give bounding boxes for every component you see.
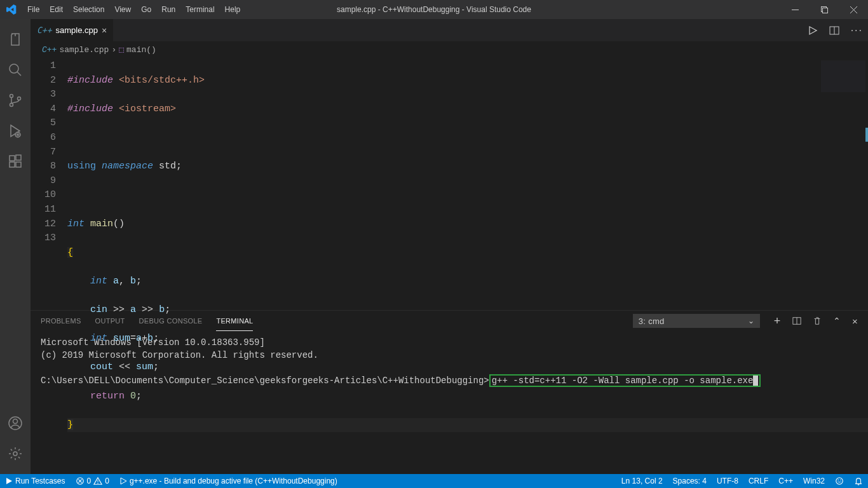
svg-point-13	[13, 419, 18, 424]
menu-run[interactable]: Run	[156, 0, 180, 19]
breadcrumb-lang-badge: C++	[42, 45, 57, 55]
menu-terminal[interactable]: Terminal	[180, 0, 219, 19]
source-control-icon[interactable]	[0, 85, 31, 116]
editor-tab-sample[interactable]: C++ sample.cpp ×	[31, 19, 114, 41]
status-feedback-icon[interactable]	[830, 474, 849, 488]
svg-point-6	[18, 97, 21, 100]
svg-point-23	[838, 480, 839, 480]
breadcrumb-symbol: main()	[126, 45, 156, 55]
window-controls	[780, 0, 868, 19]
more-actions-icon[interactable]: ···	[851, 25, 863, 36]
svg-rect-8	[10, 156, 15, 161]
svg-point-24	[840, 480, 841, 480]
status-run-testcases[interactable]: Run Testcases	[0, 474, 71, 488]
code-editor[interactable]: 123 456 789 101112 13 #include <bits/std…	[31, 58, 868, 310]
menu-help[interactable]: Help	[220, 0, 246, 19]
chevron-right-icon: ›	[111, 45, 116, 55]
search-icon[interactable]	[0, 55, 31, 85]
run-debug-icon[interactable]	[0, 116, 31, 146]
status-problems[interactable]: 0 0	[71, 474, 114, 488]
maximize-button[interactable]	[810, 0, 839, 19]
split-editor-icon[interactable]	[829, 25, 839, 36]
svg-point-21	[97, 483, 98, 484]
activity-bar	[0, 19, 31, 474]
settings-gear-icon[interactable]	[0, 438, 31, 469]
breadcrumb-file: sample.cpp	[59, 45, 109, 55]
breadcrumb[interactable]: C++ sample.cpp › ⬚ main()	[31, 41, 868, 58]
svg-rect-9	[10, 162, 15, 167]
title-bar: File Edit Selection View Go Run Terminal…	[0, 0, 868, 19]
menu-edit[interactable]: Edit	[44, 0, 68, 19]
svg-point-22	[836, 478, 843, 485]
status-encoding[interactable]: UTF-8	[712, 474, 743, 488]
scrollbar-decoration	[865, 128, 868, 142]
run-file-icon[interactable]	[808, 25, 818, 36]
status-notifications-icon[interactable]	[849, 474, 868, 488]
menu-file[interactable]: File	[22, 0, 44, 19]
minimize-button[interactable]	[780, 0, 810, 19]
svg-point-5	[10, 104, 13, 107]
status-eol[interactable]: CRLF	[743, 474, 773, 488]
close-button[interactable]	[839, 0, 868, 19]
status-indentation[interactable]: Spaces: 4	[668, 474, 712, 488]
svg-rect-11	[16, 155, 21, 160]
extensions-icon[interactable]	[0, 146, 31, 177]
menu-view[interactable]: View	[109, 0, 136, 19]
explorer-icon[interactable]	[0, 24, 31, 55]
symbol-method-icon: ⬚	[119, 44, 124, 55]
line-number-gutter: 123 456 789 101112 13	[31, 58, 67, 310]
svg-rect-0	[792, 10, 799, 10]
menu-go[interactable]: Go	[136, 0, 156, 19]
status-bar: Run Testcases 0 0 g++.exe - Build and de…	[0, 474, 868, 488]
editor-tab-bar: C++ sample.cpp × ···	[31, 19, 868, 41]
minimap[interactable]	[821, 60, 865, 92]
svg-point-14	[13, 452, 17, 456]
file-language-badge: C++	[37, 25, 51, 35]
menu-bar: File Edit Selection View Go Run Terminal…	[22, 0, 245, 19]
vscode-logo-icon	[0, 4, 22, 15]
status-cursor-position[interactable]: Ln 13, Col 2	[616, 474, 668, 488]
svg-point-4	[10, 95, 13, 98]
menu-selection[interactable]: Selection	[68, 0, 109, 19]
svg-point-3	[10, 64, 18, 73]
accounts-icon[interactable]	[0, 408, 31, 438]
tab-filename: sample.cpp	[55, 25, 97, 35]
svg-rect-10	[16, 162, 21, 167]
status-platform[interactable]: Win32	[798, 474, 830, 488]
status-build-task[interactable]: g++.exe - Build and debug active file (C…	[114, 474, 342, 488]
code-content[interactable]: #include <bits/stdc++.h> #include <iostr…	[67, 58, 868, 310]
close-tab-icon[interactable]: ×	[102, 25, 107, 36]
svg-rect-2	[822, 8, 827, 13]
status-language[interactable]: C++	[773, 474, 798, 488]
